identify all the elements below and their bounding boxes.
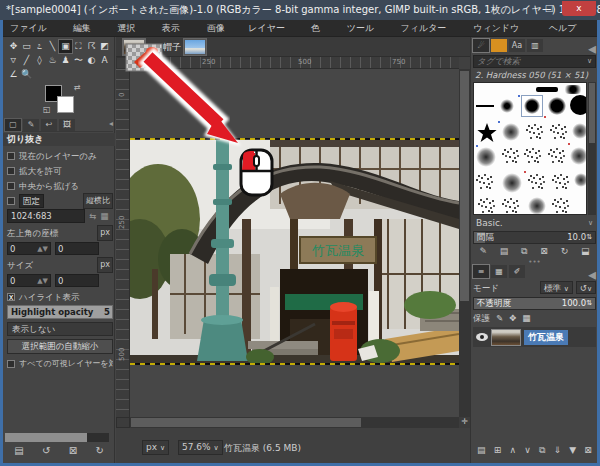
delete-layer-icon[interactable]: ⊠: [584, 445, 592, 461]
align-tool-icon[interactable]: ▭: [20, 40, 33, 53]
delete-preset-icon[interactable]: ⊠: [69, 445, 77, 461]
merge-down-icon[interactable]: ⇓: [554, 445, 562, 461]
position-unit-dropdown[interactable]: px: [97, 225, 113, 241]
dock-collapse-icon[interactable]: ◂: [588, 39, 596, 53]
move-tool-icon[interactable]: ✥: [7, 40, 20, 53]
brush-grid-scrollbar[interactable]: [588, 82, 596, 215]
position-y-spinner[interactable]: 0: [55, 242, 99, 255]
menu-tools[interactable]: ツール(T): [340, 20, 394, 36]
size-y-spinner[interactable]: 0: [55, 274, 99, 287]
menu-select[interactable]: 選択(S): [110, 20, 155, 36]
text-tool-icon[interactable]: A: [98, 54, 111, 67]
chevron-down-icon[interactable]: ∨: [587, 56, 592, 67]
close-button[interactable]: x: [562, 1, 596, 16]
position-x-spinner[interactable]: 0▲▼: [7, 242, 51, 255]
background-color-swatch[interactable]: [57, 96, 74, 113]
tab-channels[interactable]: ▦: [491, 265, 507, 278]
tool-options-scrollbar[interactable]: [5, 433, 109, 442]
checkbox[interactable]: [7, 182, 15, 190]
refresh-brushes-icon[interactable]: ↻: [561, 246, 569, 260]
anchor-layer-icon[interactable]: ▼: [569, 445, 576, 461]
brush-grid[interactable]: [473, 82, 587, 215]
lock-position-icon[interactable]: ✥: [509, 312, 516, 325]
measure-tool-icon[interactable]: ∠: [7, 68, 20, 81]
layer-row[interactable]: 竹瓦温泉: [473, 327, 596, 347]
unit-dropdown[interactable]: px ∨: [142, 440, 169, 455]
quick-mask-toggle[interactable]: [116, 417, 130, 428]
layer-mode-dropdown[interactable]: 標準 ∨: [540, 281, 573, 294]
size-unit-dropdown[interactable]: px: [97, 257, 113, 273]
menu-edit[interactable]: 編集(E): [66, 20, 111, 36]
layer-opacity-slider[interactable]: 不透明度 100.0 ⇅: [473, 297, 596, 310]
tab-images[interactable]: 🖼: [59, 119, 75, 131]
dock-collapse-icon[interactable]: ◂: [588, 265, 596, 279]
delete-brush-icon[interactable]: ⊠: [540, 246, 548, 260]
menu-view[interactable]: 表示(V): [155, 20, 200, 36]
autoshrink-button[interactable]: 選択範囲の自動縮小: [7, 339, 113, 354]
size-x-spinner[interactable]: 0▲▼: [7, 274, 51, 287]
raise-layer-icon[interactable]: ∧: [509, 445, 516, 461]
mode-switch-dropdown[interactable]: ↺∨: [576, 281, 596, 294]
open-brush-icon[interactable]: ⬓: [581, 246, 590, 260]
spinner-arrows-icon[interactable]: ⇅: [586, 232, 592, 243]
tab-brushes[interactable]: ☄: [473, 39, 489, 52]
checkbox[interactable]: [7, 197, 15, 205]
tab-gradients[interactable]: ▥: [527, 39, 543, 52]
tab-undo-history[interactable]: ↩: [41, 119, 57, 131]
free-select-tool-icon[interactable]: ೭: [33, 40, 46, 53]
tab-tool-options[interactable]: ▢: [5, 119, 21, 131]
default-colors-icon[interactable]: ◱: [43, 105, 51, 114]
maximize-button[interactable]: □: [538, 1, 560, 16]
restore-preset-icon[interactable]: ↺: [42, 445, 50, 461]
spinner-arrows-icon[interactable]: ⇅: [586, 298, 592, 309]
brush-tag-filter[interactable]: タグで検索 ∨: [473, 55, 596, 68]
image-tab-onsen[interactable]: [122, 38, 146, 56]
menu-file[interactable]: ファイル(F): [3, 20, 66, 36]
lower-layer-icon[interactable]: ∨: [524, 445, 531, 461]
option-expand-from-center[interactable]: 中央から拡げる: [7, 179, 113, 193]
menu-windows[interactable]: ウィンドウ(W): [466, 20, 542, 36]
title-bar[interactable]: *[sample0004] (インポートされた画像)-1.0 (RGBカラー 8…: [0, 0, 600, 20]
tab-layers[interactable]: ≡: [473, 265, 489, 278]
swap-ratio-icon[interactable]: ⇆: [89, 209, 96, 223]
menu-layer[interactable]: レイヤー(L): [241, 20, 303, 36]
dodge-tool-icon[interactable]: ◐: [85, 54, 98, 67]
tab-patterns[interactable]: [491, 39, 507, 52]
gradient-tool-icon[interactable]: ◩: [98, 40, 111, 53]
duplicate-brush-icon[interactable]: ⧉: [521, 246, 527, 260]
transform-tool-icon[interactable]: ⛶: [72, 40, 85, 53]
warp-tool-icon[interactable]: ☈: [85, 40, 98, 53]
duplicate-layer-icon[interactable]: ⧉: [539, 445, 545, 461]
ratio-grid-icon[interactable]: ▦: [100, 209, 108, 223]
lock-alpha-icon[interactable]: ▦: [522, 312, 530, 325]
checkbox[interactable]: [7, 360, 15, 368]
tab-paths[interactable]: ✐: [509, 265, 525, 278]
ratio-input[interactable]: 1024:683: [7, 209, 85, 223]
swap-colors-icon[interactable]: ⇄: [74, 83, 81, 92]
horizontal-scrollbar[interactable]: [130, 417, 459, 428]
option-fixed[interactable]: 固定 縦横比: [7, 194, 113, 208]
checkbox[interactable]: [7, 152, 15, 160]
vertical-scrollbar[interactable]: [459, 69, 470, 417]
navigation-icon[interactable]: ✛: [459, 417, 470, 428]
layer-name[interactable]: 竹瓦温泉: [524, 330, 568, 345]
highlight-opacity-slider[interactable]: Highlight opacity 5: [7, 305, 113, 319]
brush-spacing-slider[interactable]: 間隔 10.0 ⇅: [473, 231, 596, 244]
guides-dropdown[interactable]: 表示しない: [7, 322, 113, 336]
crop-tool-icon[interactable]: ▣: [59, 40, 72, 53]
reset-options-icon[interactable]: ↻: [95, 445, 103, 461]
option-highlight[interactable]: x ハイライト表示: [7, 290, 113, 304]
smudge-tool-icon[interactable]: 〜: [72, 54, 85, 67]
save-preset-icon[interactable]: ▤: [14, 445, 23, 461]
fg-bg-color-area[interactable]: ⇄ ◱: [45, 85, 79, 115]
paths-tool-icon[interactable]: ╲: [46, 40, 59, 53]
edit-brush-icon[interactable]: ✎: [479, 246, 487, 260]
brush-preset-dropdown[interactable]: Basic. ∨: [473, 217, 596, 230]
image-tab-hat[interactable]: [183, 38, 207, 56]
zoom-tool-icon[interactable]: 🔍: [20, 68, 33, 81]
airbrush-tool-icon[interactable]: ♨: [46, 54, 59, 67]
option-shrink-merged[interactable]: すべての可視レイヤーを対象に: [7, 357, 113, 371]
checkbox[interactable]: [7, 167, 15, 175]
checkbox-checked[interactable]: x: [7, 293, 15, 301]
new-brush-icon[interactable]: ▤: [500, 246, 509, 260]
